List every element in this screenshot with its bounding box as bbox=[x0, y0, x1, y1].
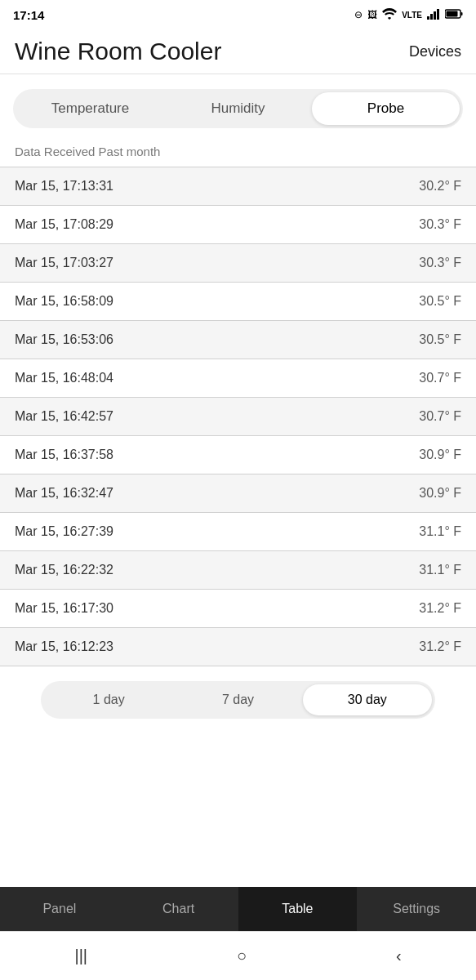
wifi-icon bbox=[382, 8, 397, 22]
timestamp-cell: Mar 15, 16:42:57 bbox=[0, 398, 404, 436]
timestamp-cell: Mar 15, 16:48:04 bbox=[0, 359, 404, 398]
svg-rect-1 bbox=[430, 14, 433, 20]
timestamp-cell: Mar 15, 16:53:06 bbox=[0, 321, 404, 359]
devices-link[interactable]: Devices bbox=[409, 43, 461, 60]
table-row: Mar 15, 17:13:3130.2° F bbox=[0, 167, 476, 206]
value-cell: 30.2° F bbox=[404, 167, 476, 206]
value-cell: 30.9° F bbox=[404, 436, 476, 474]
nav-chart[interactable]: Chart bbox=[119, 887, 238, 931]
time-btn-30day[interactable]: 30 day bbox=[303, 684, 432, 715]
value-cell: 30.3° F bbox=[404, 244, 476, 283]
timestamp-cell: Mar 15, 16:27:39 bbox=[0, 513, 404, 551]
table-row: Mar 15, 16:22:3231.1° F bbox=[0, 551, 476, 590]
table-row: Mar 15, 16:53:0630.5° F bbox=[0, 321, 476, 359]
value-cell: 31.2° F bbox=[404, 628, 476, 666]
value-cell: 30.9° F bbox=[404, 474, 476, 513]
value-cell: 30.7° F bbox=[404, 398, 476, 436]
value-cell: 31.1° F bbox=[404, 513, 476, 551]
time-btn-1day[interactable]: 1 day bbox=[44, 684, 173, 715]
timestamp-cell: Mar 15, 16:58:09 bbox=[0, 283, 404, 321]
data-table: Mar 15, 17:13:3130.2° FMar 15, 17:08:293… bbox=[0, 167, 476, 666]
table-row: Mar 15, 16:37:5830.9° F bbox=[0, 436, 476, 474]
svg-rect-5 bbox=[447, 11, 458, 16]
value-cell: 30.3° F bbox=[404, 206, 476, 244]
timestamp-cell: Mar 15, 16:17:30 bbox=[0, 590, 404, 628]
dnd-icon: ⊖ bbox=[354, 9, 363, 20]
header: Wine Room Cooler Devices bbox=[0, 29, 476, 74]
table-row: Mar 15, 17:08:2930.3° F bbox=[0, 206, 476, 244]
value-cell: 30.5° F bbox=[404, 321, 476, 359]
value-cell: 30.7° F bbox=[404, 359, 476, 398]
recent-apps-icon[interactable]: ||| bbox=[74, 947, 87, 965]
value-cell: 30.5° F bbox=[404, 283, 476, 321]
gallery-icon: 🖼 bbox=[367, 9, 377, 20]
nav-table[interactable]: Table bbox=[238, 887, 358, 931]
bottom-nav: Panel Chart Table Settings bbox=[0, 887, 476, 931]
timestamp-cell: Mar 15, 16:22:32 bbox=[0, 551, 404, 590]
tab-temperature[interactable]: Temperature bbox=[16, 92, 164, 125]
sensor-tab-bar: Temperature Humidity Probe bbox=[13, 89, 463, 128]
timestamp-cell: Mar 15, 17:08:29 bbox=[0, 206, 404, 244]
timestamp-cell: Mar 15, 16:37:58 bbox=[0, 436, 404, 474]
svg-rect-3 bbox=[437, 9, 439, 20]
svg-rect-2 bbox=[434, 11, 436, 20]
signal-icon bbox=[427, 8, 440, 22]
section-label: Data Received Past month bbox=[0, 128, 476, 167]
table-row: Mar 15, 16:58:0930.5° F bbox=[0, 283, 476, 321]
system-nav-bar: ||| ○ ‹ bbox=[0, 931, 476, 980]
battery-icon bbox=[445, 9, 463, 21]
table-row: Mar 15, 16:32:4730.9° F bbox=[0, 474, 476, 513]
timestamp-cell: Mar 15, 17:03:27 bbox=[0, 244, 404, 283]
table-row: Mar 15, 16:17:3031.2° F bbox=[0, 590, 476, 628]
time-range-selector: 1 day 7 day 30 day bbox=[41, 681, 435, 719]
value-cell: 31.2° F bbox=[404, 590, 476, 628]
svg-rect-0 bbox=[427, 16, 429, 20]
time-btn-7day[interactable]: 7 day bbox=[173, 684, 302, 715]
table-row: Mar 15, 16:27:3931.1° F bbox=[0, 513, 476, 551]
status-time: 17:14 bbox=[13, 8, 44, 22]
timestamp-cell: Mar 15, 16:32:47 bbox=[0, 474, 404, 513]
page-title: Wine Room Cooler bbox=[15, 38, 221, 65]
table-row: Mar 15, 16:42:5730.7° F bbox=[0, 398, 476, 436]
back-icon[interactable]: ‹ bbox=[396, 947, 402, 965]
tab-humidity[interactable]: Humidity bbox=[164, 92, 312, 125]
nav-panel[interactable]: Panel bbox=[0, 887, 119, 931]
timestamp-cell: Mar 15, 16:12:23 bbox=[0, 628, 404, 666]
svg-rect-6 bbox=[461, 12, 463, 16]
table-row: Mar 15, 17:03:2730.3° F bbox=[0, 244, 476, 283]
tab-probe[interactable]: Probe bbox=[312, 92, 460, 125]
value-cell: 31.1° F bbox=[404, 551, 476, 590]
status-icons: ⊖ 🖼 VLTE bbox=[354, 8, 463, 22]
table-row: Mar 15, 16:48:0430.7° F bbox=[0, 359, 476, 398]
home-icon[interactable]: ○ bbox=[237, 947, 247, 965]
nav-settings[interactable]: Settings bbox=[357, 887, 476, 931]
status-bar: 17:14 ⊖ 🖼 VLTE bbox=[0, 0, 476, 29]
table-row: Mar 15, 16:12:2331.2° F bbox=[0, 628, 476, 666]
vlte-icon: VLTE bbox=[402, 11, 422, 20]
timestamp-cell: Mar 15, 17:13:31 bbox=[0, 167, 404, 206]
